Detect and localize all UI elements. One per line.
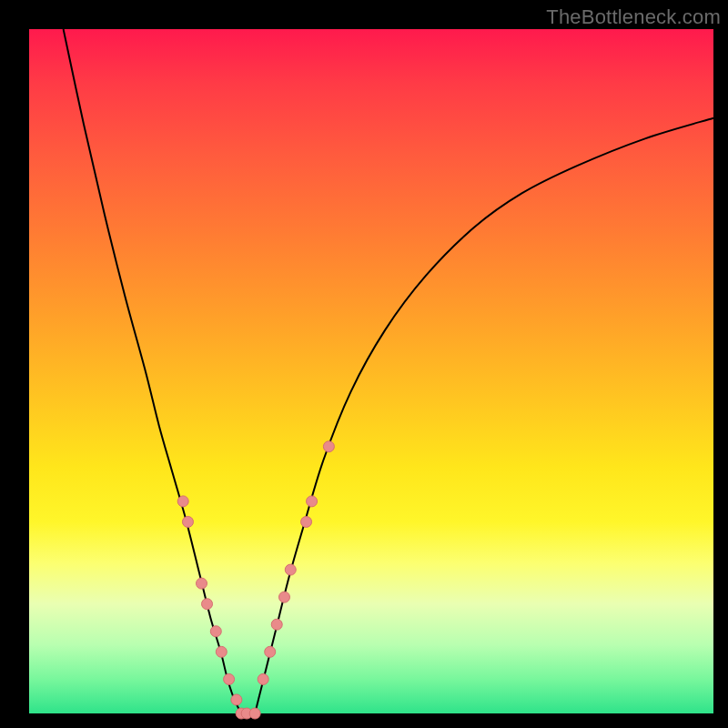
data-marker (265, 646, 276, 657)
data-marker (258, 673, 268, 684)
data-marker (224, 673, 235, 684)
data-marker (197, 578, 207, 589)
plot-area (29, 29, 713, 713)
data-marker (177, 496, 188, 507)
data-marker (278, 592, 289, 602)
data-marker (271, 619, 282, 630)
data-marker (301, 516, 312, 527)
data-marker (249, 708, 260, 719)
data-marker (182, 516, 193, 527)
data-marker (307, 496, 318, 507)
data-marker (231, 694, 242, 705)
marker-group (177, 441, 334, 719)
left-branch-path (64, 29, 242, 713)
left-branch-line (64, 29, 242, 713)
data-marker (216, 646, 227, 657)
data-marker (210, 626, 221, 637)
data-marker (285, 564, 296, 575)
right-branch-line (255, 118, 713, 713)
data-marker (202, 599, 213, 610)
chart-frame: TheBottleneck.com (0, 0, 728, 728)
watermark-text: TheBottleneck.com (546, 5, 721, 29)
right-branch-path (255, 118, 713, 713)
data-marker (323, 441, 334, 452)
chart-svg (29, 29, 713, 713)
